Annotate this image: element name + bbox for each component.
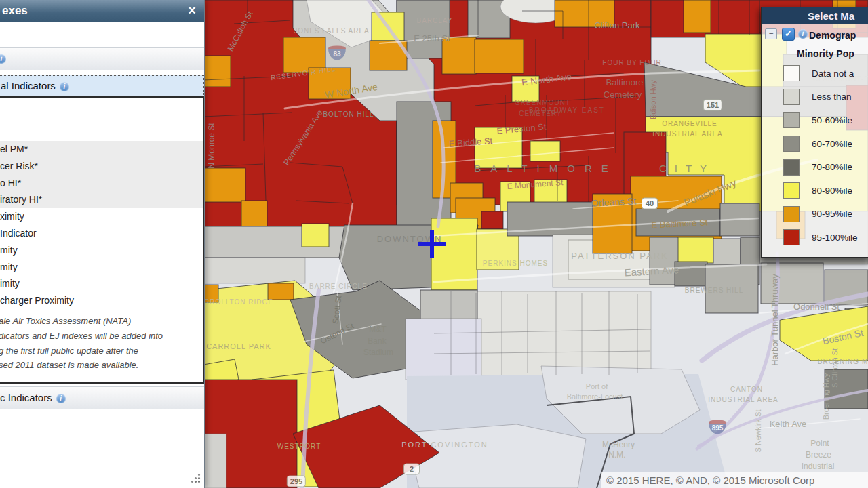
legend-swatch: [783, 136, 800, 152]
legend-swatch: [783, 112, 800, 128]
legend-label: Data not a: [812, 68, 854, 79]
layer-group-label: Demograp: [809, 30, 856, 41]
indicator-item[interactable]: imity: [0, 275, 203, 292]
select-map-panel: Select Ma − Demograp Minority Pop Data n…: [761, 7, 868, 258]
indicator-item[interactable]: ximity: [0, 208, 203, 225]
indicator-item[interactable]: o HI*: [0, 175, 203, 192]
note-line: ale Air Toxics Assessment (NATA): [0, 314, 203, 329]
dialog-titlebar[interactable]: exes ×: [0, 0, 204, 22]
legend-label: Less than: [812, 92, 852, 102]
app-window: McCulloh StJONES FALLS AREABARCLAYE 25th…: [0, 0, 868, 488]
legend-row: 70-80%ile: [762, 155, 868, 179]
close-icon[interactable]: ×: [184, 0, 200, 22]
note-line: sed 2011 dataset is made available.: [0, 358, 203, 373]
legend-row: Less than: [762, 85, 868, 109]
legend-swatch: [783, 89, 800, 105]
tab-demographic-indicators[interactable]: c Indicators: [0, 386, 204, 409]
legend-label: 80-90%ile: [812, 186, 852, 196]
note-line: dicators and EJ indexes will be added in…: [0, 329, 203, 344]
legend-row: Data not a: [762, 62, 868, 85]
panel-titlebar[interactable]: Select Ma: [762, 7, 868, 24]
info-icon[interactable]: [56, 394, 66, 403]
legend-label: 90-95%ile: [812, 209, 852, 219]
indicator-item[interactable]: mity: [0, 259, 203, 276]
legend-swatch: [783, 229, 800, 245]
legend-row: 50-60%ile: [762, 108, 868, 132]
environmental-indicators-label: al Indicators: [1, 80, 56, 92]
layer-name-label: Minority Pop: [797, 48, 868, 59]
legend: Data not aLess than50-60%ile60-70%ile70-…: [762, 62, 868, 249]
layer-controls: − Demograp: [762, 24, 868, 46]
map-copyright: © 2015 HERE, © AND, © 2015 Microsoft Cor…: [601, 472, 868, 488]
indicator-list: el PM*cer Risk*o HI*iratory HI*ximityInd…: [0, 98, 203, 309]
resize-grip[interactable]: [191, 473, 200, 483]
legend-swatch: [783, 65, 800, 81]
legend-label: 50-60%ile: [812, 115, 852, 125]
legend-row: 90-95%ile: [762, 203, 868, 226]
nata-note: ale Air Toxics Assessment (NATA)dicators…: [0, 314, 203, 373]
indicator-item[interactable]: Indicator: [0, 225, 203, 242]
info-icon[interactable]: [798, 29, 808, 39]
indicator-item[interactable]: cer Risk*: [0, 158, 203, 175]
crosshair-icon: [418, 230, 446, 258]
info-icon[interactable]: [0, 54, 6, 64]
ej-indexes-dialog: exes × al Indicators el PM*cer Risk*o HI…: [0, 0, 205, 488]
layer-checkbox[interactable]: [782, 28, 795, 41]
collapse-icon[interactable]: −: [765, 28, 777, 39]
info-icon[interactable]: [60, 82, 69, 92]
legend-row: 95-100%ile: [762, 226, 868, 249]
indicator-item[interactable]: mity: [0, 242, 203, 259]
legend-label: 95-100%ile: [812, 232, 858, 243]
tab-environmental-indicators[interactable]: al Indicators: [0, 75, 204, 96]
dialog-title: exes: [2, 4, 28, 17]
demographic-indicators-label: c Indicators: [0, 392, 52, 403]
legend-swatch: [783, 182, 800, 199]
legend-swatch: [783, 206, 800, 222]
legend-label: 70-80%ile: [812, 162, 852, 172]
legend-row: 60-70%ile: [762, 132, 868, 156]
legend-label: 60-70%ile: [812, 139, 852, 149]
legend-row: 80-90%ile: [762, 179, 868, 203]
indicator-item[interactable]: charger Proximity: [0, 292, 203, 309]
indicator-list-box: el PM*cer Risk*o HI*iratory HI*ximityInd…: [0, 96, 204, 384]
legend-swatch: [783, 159, 800, 176]
note-line: g the first full public update after the: [0, 344, 203, 359]
indicator-item[interactable]: el PM*: [0, 141, 203, 158]
indicator-item[interactable]: iratory HI*: [0, 191, 203, 208]
section-header-top[interactable]: [0, 47, 204, 70]
